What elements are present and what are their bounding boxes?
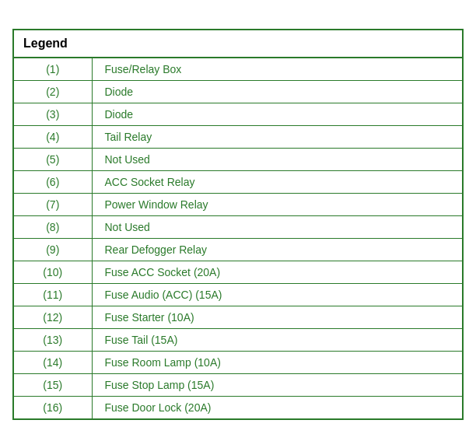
row-description: ACC Socket Relay (92, 170, 462, 193)
row-number: (14) (14, 351, 92, 373)
table-row: (7)Power Window Relay (14, 193, 462, 215)
row-number: (12) (14, 306, 92, 328)
row-description: Fuse Door Lock (20A) (92, 396, 462, 418)
table-row: (14)Fuse Room Lamp (10A) (14, 351, 462, 373)
table-row: (3)Diode (14, 103, 462, 125)
row-number: (7) (14, 193, 92, 215)
table-row: (9)Rear Defogger Relay (14, 238, 462, 261)
row-description: Tail Relay (92, 125, 462, 148)
table-row: (2)Diode (14, 80, 462, 103)
row-number: (2) (14, 80, 92, 103)
row-number: (15) (14, 373, 92, 396)
row-description: Not Used (92, 215, 462, 238)
row-description: Fuse Room Lamp (10A) (92, 351, 462, 373)
table-row: (10)Fuse ACC Socket (20A) (14, 261, 462, 283)
row-description: Fuse Tail (15A) (92, 328, 462, 351)
legend-title: Legend (14, 30, 462, 58)
row-number: (13) (14, 328, 92, 351)
table-row: (6)ACC Socket Relay (14, 170, 462, 193)
row-number: (10) (14, 261, 92, 283)
table-row: (11)Fuse Audio (ACC) (15A) (14, 283, 462, 306)
row-number: (9) (14, 238, 92, 261)
table-row: (13)Fuse Tail (15A) (14, 328, 462, 351)
row-number: (16) (14, 396, 92, 418)
row-description: Fuse Starter (10A) (92, 306, 462, 328)
row-description: Not Used (92, 148, 462, 170)
table-row: (4)Tail Relay (14, 125, 462, 148)
table-row: (5)Not Used (14, 148, 462, 170)
row-number: (4) (14, 125, 92, 148)
legend-table: Legend (1)Fuse/Relay Box(2)Diode(3)Diode… (12, 29, 464, 420)
row-description: Power Window Relay (92, 193, 462, 215)
row-number: (5) (14, 148, 92, 170)
row-description: Fuse ACC Socket (20A) (92, 261, 462, 283)
table-row: (16)Fuse Door Lock (20A) (14, 396, 462, 418)
row-description: Fuse/Relay Box (92, 58, 462, 81)
row-description: Fuse Stop Lamp (15A) (92, 373, 462, 396)
row-number: (1) (14, 58, 92, 81)
row-number: (6) (14, 170, 92, 193)
table-row: (15)Fuse Stop Lamp (15A) (14, 373, 462, 396)
row-description: Fuse Audio (ACC) (15A) (92, 283, 462, 306)
table-row: (8)Not Used (14, 215, 462, 238)
table-row: (1)Fuse/Relay Box (14, 58, 462, 81)
table-row: (12)Fuse Starter (10A) (14, 306, 462, 328)
row-description: Diode (92, 80, 462, 103)
row-number: (3) (14, 103, 92, 125)
row-description: Diode (92, 103, 462, 125)
row-description: Rear Defogger Relay (92, 238, 462, 261)
row-number: (8) (14, 215, 92, 238)
row-number: (11) (14, 283, 92, 306)
